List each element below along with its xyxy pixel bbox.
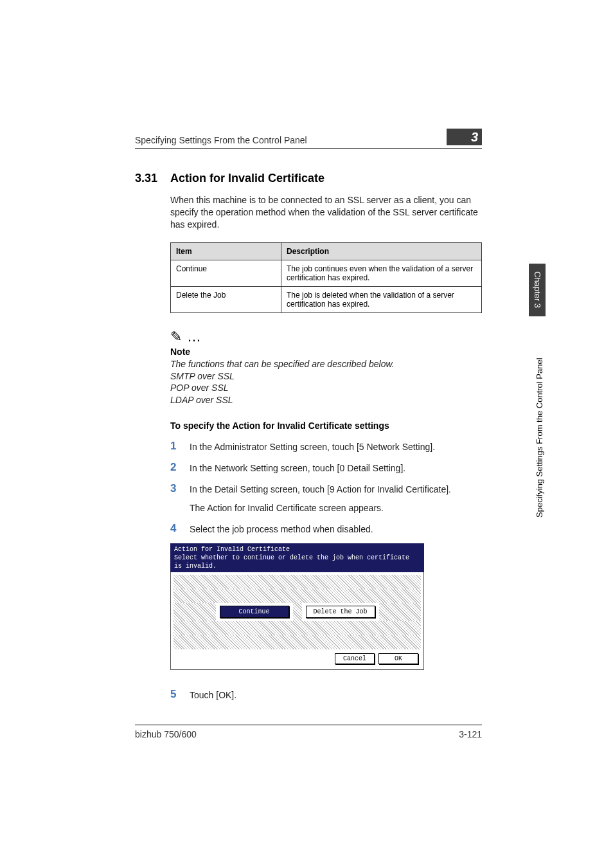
chapter-tab: 3: [447, 129, 482, 145]
note-line: The functions that can be specified are …: [170, 359, 395, 369]
table-row: Delete the Job The job is deleted when t…: [171, 286, 482, 312]
side-section-label: Specifying Settings From the Control Pan…: [535, 325, 544, 518]
note-icon: ✎ …: [170, 329, 482, 345]
step-number: 5: [170, 688, 190, 701]
continue-button[interactable]: Continue: [220, 606, 289, 618]
screen-body: Continue Delete the Job Cancel OK: [170, 572, 424, 670]
table-row: Continue The job continues even when the…: [171, 260, 482, 286]
step-text: In the Detail Setting screen, touch [9 A…: [190, 482, 451, 514]
table-cell-desc: The job continues even when the validati…: [281, 260, 482, 286]
section-heading: 3.31 Action for Invalid Certificate: [135, 172, 482, 185]
step-text: Select the job process method when disab…: [190, 522, 373, 536]
delete-job-button[interactable]: Delete the Job: [306, 606, 375, 618]
step-text: Touch [OK].: [190, 688, 236, 701]
screen-header: Action for Invalid Certificate Select wh…: [170, 543, 424, 572]
section-title: Action for Invalid Certificate: [170, 172, 324, 185]
step-text: In the Administrator Setting screen, tou…: [190, 440, 435, 453]
step-3: 3 In the Detail Setting screen, touch [9…: [170, 482, 482, 514]
step-number: 2: [170, 461, 190, 475]
step-number: 1: [170, 440, 190, 453]
cancel-button[interactable]: Cancel: [335, 653, 375, 664]
footer-model: bizhub 750/600: [135, 729, 197, 739]
note-line: LDAP over SSL: [170, 395, 233, 405]
table-cell-item: Continue: [171, 260, 281, 286]
screen-title: Action for Invalid Certificate: [174, 545, 420, 554]
step-1: 1 In the Administrator Setting screen, t…: [170, 440, 482, 453]
table-header-desc: Description: [281, 242, 482, 260]
table-cell-item: Delete the Job: [171, 286, 281, 312]
side-chapter-tab: Chapter 3: [529, 264, 546, 316]
footer-page: 3-121: [459, 729, 482, 739]
note-line: SMTP over SSL: [170, 371, 235, 381]
note-line: POP over SSL: [170, 383, 229, 393]
step-2: 2 In the Network Setting screen, touch […: [170, 461, 482, 475]
settings-table: Item Description Continue The job contin…: [170, 242, 482, 313]
note-body: The functions that can be specified are …: [170, 358, 482, 407]
screen-subtitle: Select whether to continue or delete the…: [174, 554, 420, 570]
step-text: In the Network Setting screen, touch [0 …: [190, 461, 405, 475]
device-screen: Action for Invalid Certificate Select wh…: [170, 543, 424, 670]
page-footer: bizhub 750/600 3-121: [135, 725, 482, 739]
step-number: 3: [170, 482, 190, 514]
procedure-subheading: To specify the Action for Invalid Certif…: [170, 420, 482, 431]
step-5: 5 Touch [OK].: [170, 688, 482, 701]
running-head-text: Specifying Settings From the Control Pan…: [135, 135, 307, 145]
note-heading: Note: [170, 347, 482, 357]
table-cell-desc: The job is deleted when the validation o…: [281, 286, 482, 312]
running-header: Specifying Settings From the Control Pan…: [135, 129, 482, 149]
ok-button[interactable]: OK: [378, 653, 418, 664]
step-4: 4 Select the job process method when dis…: [170, 522, 482, 536]
table-header-item: Item: [171, 242, 281, 260]
section-number: 3.31: [135, 172, 170, 185]
section-intro: When this machine is to be connected to …: [170, 194, 482, 231]
step-number: 4: [170, 522, 190, 536]
